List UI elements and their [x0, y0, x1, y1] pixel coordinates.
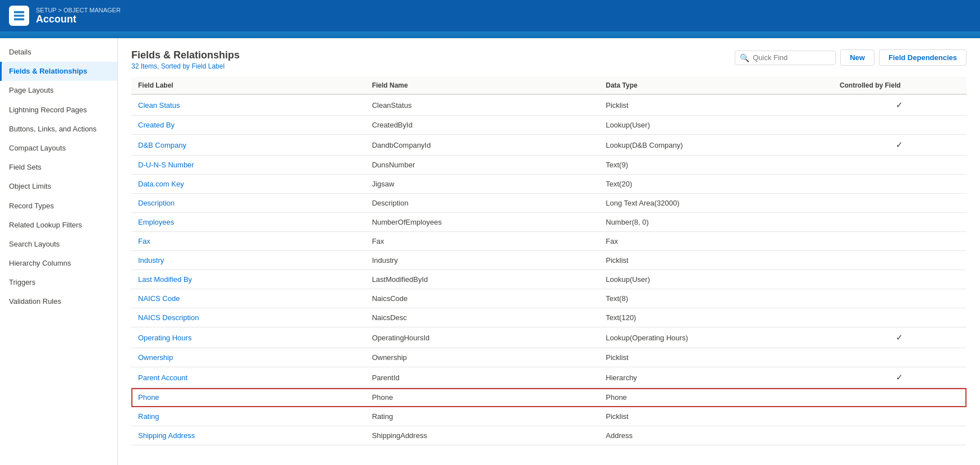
app-title: Account — [36, 13, 121, 25]
field-api-cell: NaicsCode — [365, 289, 599, 308]
sidebar-item-triggers[interactable]: Triggers — [0, 273, 117, 292]
field-type-cell: Text(8) — [599, 289, 833, 308]
col-header-type: Data Type — [599, 77, 833, 94]
field-label-link[interactable]: Shipping Address — [138, 431, 195, 440]
field-label-link[interactable]: Phone — [138, 393, 159, 402]
sidebar-item-buttons-links-actions[interactable]: Buttons, Links, and Actions — [0, 120, 117, 139]
table-row: FaxFaxFax — [131, 232, 967, 251]
field-api-cell: NaicsDesc — [365, 308, 599, 327]
field-check-cell: ✓ — [833, 327, 967, 348]
app-logo — [9, 6, 29, 26]
field-label-link[interactable]: Rating — [138, 412, 159, 421]
field-check-cell — [833, 270, 967, 289]
page-title: Fields & Relationships — [131, 49, 240, 61]
field-label-link[interactable]: D&B Company — [138, 141, 186, 149]
field-api-cell: DandbCompanyId — [365, 135, 599, 156]
sort-link[interactable]: Field Label — [191, 62, 225, 70]
checkmark-icon: ✓ — [896, 332, 903, 342]
field-check-cell: ✓ — [833, 94, 967, 116]
field-api-cell: CleanStatus — [365, 94, 599, 116]
field-label-cell: Industry — [131, 251, 365, 270]
sidebar-item-page-layouts[interactable]: Page Layouts — [0, 81, 117, 100]
field-dependencies-button[interactable]: Field Dependencies — [879, 49, 967, 66]
sidebar-item-object-limits[interactable]: Object Limits — [0, 177, 117, 196]
field-type-cell: Text(20) — [599, 175, 833, 194]
field-label-link[interactable]: Ownership — [138, 353, 173, 362]
table-row: Parent AccountParentIdHierarchy✓ — [131, 367, 967, 388]
field-type-cell: Text(9) — [599, 156, 833, 175]
field-label-cell: Rating — [131, 407, 365, 426]
table-row: RatingRatingPicklist — [131, 407, 967, 426]
field-label-link[interactable]: Data.com Key — [138, 180, 184, 188]
table-row: Operating HoursOperatingHoursIdLookup(Op… — [131, 327, 967, 348]
sidebar-item-validation-rules[interactable]: Validation Rules — [0, 292, 117, 311]
svg-rect-2 — [14, 19, 24, 21]
field-label-cell: Parent Account — [131, 367, 365, 388]
checkmark-icon: ✓ — [896, 140, 903, 149]
sidebar-item-compact-layouts[interactable]: Compact Layouts — [0, 139, 117, 158]
field-api-cell: ParentId — [365, 367, 599, 388]
field-label-cell: Fax — [131, 232, 365, 251]
field-label-cell: Description — [131, 194, 365, 213]
sub-header-stripe — [0, 31, 980, 38]
table-row: IndustryIndustryPicklist — [131, 251, 967, 270]
field-label-link[interactable]: Last Modified By — [138, 275, 192, 284]
field-api-cell: Jigsaw — [365, 175, 599, 194]
field-label-link[interactable]: Operating Hours — [138, 334, 191, 342]
field-type-cell: Phone — [599, 388, 833, 407]
col-header-check: Controlled by Field — [833, 77, 967, 94]
col-header-label: Field Label — [131, 77, 365, 94]
sidebar-item-search-layouts[interactable]: Search Layouts — [0, 235, 117, 254]
table-row: DescriptionDescriptionLong Text Area(320… — [131, 194, 967, 213]
field-label-link[interactable]: NAICS Code — [138, 294, 180, 303]
sidebar-item-hierarchy-columns[interactable]: Hierarchy Columns — [0, 254, 117, 273]
field-label-link[interactable]: Clean Status — [138, 101, 180, 110]
field-check-cell — [833, 251, 967, 270]
quick-find-input[interactable] — [753, 53, 831, 62]
sidebar-item-field-sets[interactable]: Field Sets — [0, 158, 117, 177]
field-api-cell: CreatedById — [365, 116, 599, 135]
field-check-cell: ✓ — [833, 367, 967, 388]
search-icon: 🔍 — [740, 53, 749, 62]
field-label-link[interactable]: Created By — [138, 121, 175, 129]
field-type-cell: Lookup(D&B Company) — [599, 135, 833, 156]
sidebar-item-lightning-record-pages[interactable]: Lightning Record Pages — [0, 101, 117, 120]
field-label-cell: NAICS Description — [131, 308, 365, 327]
field-label-cell: Created By — [131, 116, 365, 135]
checkmark-icon: ✓ — [896, 100, 903, 110]
field-check-cell — [833, 426, 967, 445]
subtitle-text: 32 Items, Sorted by — [131, 62, 190, 70]
header-text: SETUP > OBJECT MANAGER Account — [36, 7, 121, 25]
field-label-cell: D-U-N-S Number — [131, 156, 365, 175]
sidebar-item-record-types[interactable]: Record Types — [0, 197, 117, 216]
field-label-link[interactable]: Fax — [138, 237, 150, 245]
table-row: NAICS DescriptionNaicsDescText(120) — [131, 308, 967, 327]
field-label-cell: Employees — [131, 213, 365, 232]
sidebar-item-fields-relationships[interactable]: Fields & Relationships — [0, 62, 117, 81]
sidebar-item-related-lookup-filters[interactable]: Related Lookup Filters — [0, 216, 117, 235]
field-label-link[interactable]: D-U-N-S Number — [138, 161, 194, 169]
table-row: EmployeesNumberOfEmployeesNumber(8, 0) — [131, 213, 967, 232]
field-label-cell: Operating Hours — [131, 327, 365, 348]
field-check-cell — [833, 348, 967, 367]
field-label-link[interactable]: NAICS Description — [138, 313, 199, 322]
field-label-cell: NAICS Code — [131, 289, 365, 308]
field-label-link[interactable]: Industry — [138, 256, 164, 265]
field-label-cell: D&B Company — [131, 135, 365, 156]
field-label-link[interactable]: Parent Account — [138, 373, 187, 382]
field-check-cell — [833, 194, 967, 213]
field-api-cell: Ownership — [365, 348, 599, 367]
field-label-link[interactable]: Employees — [138, 218, 174, 226]
search-box: 🔍 — [735, 51, 836, 65]
field-label-cell: Last Modified By — [131, 270, 365, 289]
table-row: Last Modified ByLastModifiedByIdLookup(U… — [131, 270, 967, 289]
sidebar-item-details[interactable]: Details — [0, 43, 117, 62]
field-label-cell: Clean Status — [131, 94, 365, 116]
field-type-cell: Long Text Area(32000) — [599, 194, 833, 213]
field-type-cell: Picklist — [599, 348, 833, 367]
field-type-cell: Lookup(User) — [599, 116, 833, 135]
field-check-cell — [833, 213, 967, 232]
col-header-api: Field Name — [365, 77, 599, 94]
field-label-link[interactable]: Description — [138, 199, 175, 207]
new-button[interactable]: New — [840, 49, 874, 66]
